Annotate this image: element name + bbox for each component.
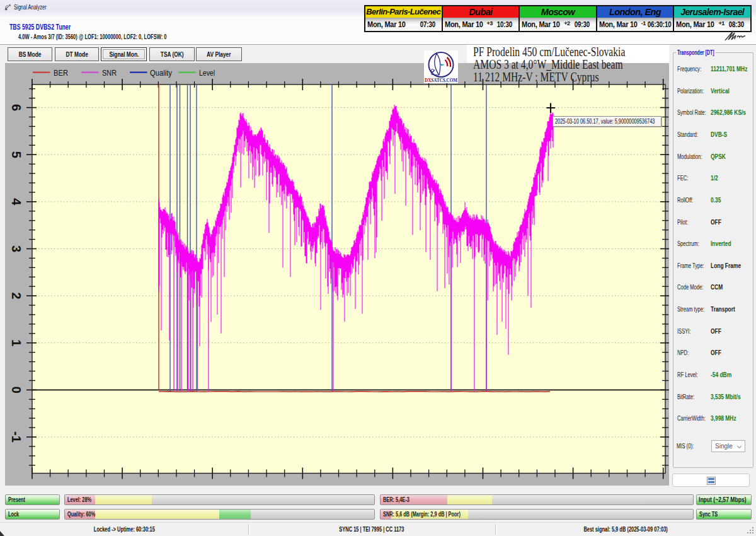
svg-text:1: 1	[9, 339, 23, 346]
svg-text:2: 2	[9, 293, 23, 300]
svg-text:4: 4	[9, 198, 23, 206]
svg-text:3: 3	[9, 245, 23, 252]
svg-text:-1: -1	[9, 431, 23, 443]
svg-text:6: 6	[9, 104, 23, 111]
svg-text:SNR: SNR	[102, 68, 117, 78]
svg-text:Quality: Quality	[150, 68, 172, 78]
svg-text:DXSATCS.COM: DXSATCS.COM	[425, 77, 457, 83]
svg-text:Level: Level	[199, 68, 215, 78]
svg-text:5: 5	[9, 151, 23, 158]
svg-text:0: 0	[9, 387, 23, 393]
svg-text:BER: BER	[54, 68, 68, 78]
